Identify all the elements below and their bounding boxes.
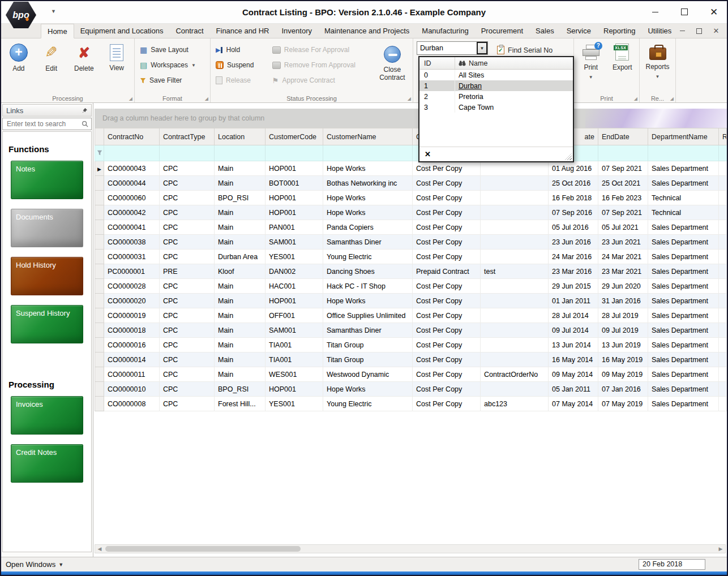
cell[interactable]: BPO_RSI	[215, 191, 265, 205]
close-contract-button[interactable]: Close Contract	[373, 44, 412, 93]
status-dialog-launcher-icon[interactable]: ◢	[408, 96, 411, 101]
cell[interactable]: 09 Jul 2014	[549, 323, 598, 338]
column-header-departmentname[interactable]: DepartmentName	[648, 128, 719, 145]
cell[interactable]: Young Electric	[323, 397, 413, 411]
ribbon-minimize-icon[interactable]	[678, 27, 686, 35]
cell[interactable]: Titan Group	[323, 338, 413, 353]
cell[interactable]: CPC	[160, 176, 215, 191]
cell[interactable]: Cost Per Copy	[413, 397, 481, 411]
cell[interactable]: Main	[215, 235, 265, 250]
ribbon-close-icon[interactable]: ✕	[712, 27, 720, 35]
sidebar-button-notes[interactable]: Notes	[11, 161, 83, 199]
tab-home[interactable]: Home	[41, 24, 74, 38]
dropdown-name-column-header[interactable]: Name	[455, 57, 573, 69]
filter-cell-9[interactable]	[648, 145, 719, 161]
cell[interactable]	[481, 176, 549, 191]
cell[interactable]: YES001	[265, 397, 323, 411]
tab-sales[interactable]: Sales	[529, 24, 560, 38]
site-option-durban[interactable]: 1Durban	[419, 80, 573, 91]
cell[interactable]: CPC	[160, 279, 215, 294]
cell[interactable]: BPO_RSI	[215, 382, 265, 397]
tab-utilities[interactable]: Utilities	[641, 24, 678, 38]
cell[interactable]: CPC	[160, 235, 215, 250]
cell[interactable]: CPC	[160, 353, 215, 367]
cell[interactable]: Cost Per Copy	[413, 220, 481, 235]
column-header-contracttype[interactable]: ContractType	[160, 128, 215, 145]
scrollbar-thumb[interactable]	[105, 546, 301, 552]
sidebar-button-hold-history[interactable]: Hold History	[11, 257, 83, 295]
cell[interactable]: CO0000031	[104, 250, 160, 264]
cell[interactable]: 07 Sep 2016	[549, 205, 598, 220]
cell[interactable]: Hope Works	[323, 294, 413, 308]
cell[interactable]: 09 May 2019	[598, 367, 648, 382]
cell[interactable]: CO0000060	[104, 191, 160, 205]
cell[interactable]	[481, 353, 549, 367]
sidebar-button-suspend-history[interactable]: Suspend History	[11, 305, 83, 343]
column-header-contractno[interactable]: ContractNo	[104, 128, 160, 145]
cell[interactable]	[719, 264, 727, 279]
cell[interactable]: OFF001	[265, 308, 323, 323]
cell[interactable]	[481, 323, 549, 338]
sidebar-button-invoices[interactable]: Invoices	[11, 396, 83, 435]
cell[interactable]: Technical	[648, 205, 719, 220]
filter-cell-3[interactable]	[265, 145, 323, 161]
search-input[interactable]	[6, 119, 82, 128]
cell[interactable]	[719, 367, 727, 382]
cell[interactable]: CO0000016	[104, 338, 160, 353]
site-filter-value[interactable]: Durban	[417, 42, 477, 54]
find-serial-no-button[interactable]: Find Serial No	[497, 46, 553, 54]
cell[interactable]: Main	[215, 279, 265, 294]
tab-finance-and-hr[interactable]: Finance and HR	[210, 24, 276, 38]
cell[interactable]	[481, 205, 549, 220]
cell[interactable]: Cost Per Copy	[413, 338, 481, 353]
tab-manufacturing[interactable]: Manufacturing	[416, 24, 474, 38]
cell[interactable]: CPC	[160, 220, 215, 235]
cell[interactable]	[481, 235, 549, 250]
tab-equipment-and-locations[interactable]: Equipment and Locations	[74, 24, 170, 38]
cell[interactable]: 05 Jul 2021	[598, 220, 648, 235]
save-filter-button[interactable]: Save Filter	[140, 74, 209, 87]
cell[interactable]	[719, 323, 727, 338]
cell[interactable]	[481, 382, 549, 397]
cell[interactable]: Sales Department	[648, 338, 719, 353]
site-option-pretoria[interactable]: 2Pretoria	[419, 91, 573, 102]
cell[interactable]: CO0000042	[104, 205, 160, 220]
cell[interactable]: Main	[215, 338, 265, 353]
cell[interactable]: 29 Jun 2020	[598, 279, 648, 294]
cell[interactable]: 23 Mar 2021	[598, 264, 648, 279]
site-filter-editor[interactable]: Durban ▼	[417, 41, 488, 55]
cell[interactable]	[481, 338, 549, 353]
cell[interactable]: Sales Department	[648, 220, 719, 235]
cell[interactable]: 25 Oct 2016	[549, 176, 598, 191]
cell[interactable]	[719, 382, 727, 397]
filter-cell-8[interactable]	[598, 145, 648, 161]
cell[interactable]: 07 Sep 2021	[598, 161, 648, 176]
cell[interactable]: CPC	[160, 205, 215, 220]
cell[interactable]: 05 Jan 2011	[549, 382, 598, 397]
tab-reporting[interactable]: Reporting	[597, 24, 641, 38]
cell[interactable]: SAM001	[265, 323, 323, 338]
cell[interactable]: Cost Per Copy	[413, 367, 481, 382]
cell[interactable]: Sales Department	[648, 397, 719, 411]
processing-dialog-launcher-icon[interactable]: ◢	[129, 96, 132, 101]
minimize-button[interactable]	[649, 6, 661, 18]
tab-procurement[interactable]: Procurement	[475, 24, 529, 38]
cell[interactable]: HOP001	[265, 382, 323, 397]
cell[interactable]: Westwood Dynamic	[323, 367, 413, 382]
pin-icon[interactable]	[82, 108, 88, 114]
cell[interactable]	[481, 294, 549, 308]
cell[interactable]: Sales Department	[648, 308, 719, 323]
site-dropdown-button[interactable]: ▼	[477, 42, 487, 54]
cell[interactable]: Main	[215, 308, 265, 323]
cell[interactable]: BOT0001	[265, 176, 323, 191]
cell[interactable]: Cost Per Copy	[413, 294, 481, 308]
cell[interactable]: 09 May 2014	[549, 367, 598, 382]
cell[interactable]: abc123	[481, 397, 549, 411]
cell[interactable]: Kloof	[215, 264, 265, 279]
cell[interactable]: Main	[215, 353, 265, 367]
cell[interactable]: SAM001	[265, 235, 323, 250]
cell[interactable]: Sales Department	[648, 235, 719, 250]
cell[interactable]	[719, 294, 727, 308]
cell[interactable]: CPC	[160, 397, 215, 411]
print-button[interactable]: ? Print ▼	[575, 41, 607, 93]
